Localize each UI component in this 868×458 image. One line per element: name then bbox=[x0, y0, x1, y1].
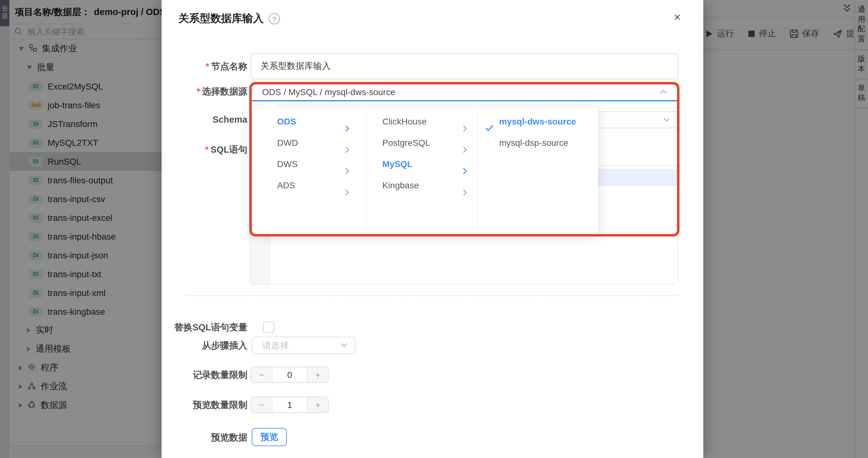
cascader-option-label: ClickHouse bbox=[382, 117, 427, 126]
help-icon[interactable]: ? bbox=[269, 13, 280, 24]
increment-button[interactable]: + bbox=[307, 367, 328, 382]
cascader-option-label: MySQL bbox=[382, 159, 412, 169]
cascader-option-MySQL[interactable]: MySQL bbox=[366, 153, 477, 174]
record-limit-value[interactable]: 0 bbox=[272, 367, 307, 382]
label-preview-limit: 预览数量限制 bbox=[162, 398, 247, 412]
replace-vars-checkbox[interactable] bbox=[263, 321, 274, 332]
relational-db-input-dialog: 关系型数据库输入 ? × *节点名称 *选择数据源 Schema *SQL语句 … bbox=[162, 0, 703, 458]
cascader-option-mysql-dws-source[interactable]: mysql-dws-source bbox=[478, 111, 598, 132]
label-schema: Schema bbox=[162, 112, 247, 126]
chevron-down-icon bbox=[663, 117, 670, 122]
cascader-option-label: mysql-dws-source bbox=[499, 117, 576, 126]
chevron-right-icon bbox=[463, 182, 467, 203]
record-limit-stepper: − 0 + bbox=[250, 366, 329, 383]
label-datasource: *选择数据源 bbox=[162, 85, 247, 98]
cascader-option-label: PostgreSQL bbox=[382, 138, 430, 148]
label-preview-data: 预览数据 bbox=[162, 430, 247, 444]
chevron-down-icon bbox=[341, 343, 348, 348]
insert-step-select[interactable]: 请选择 bbox=[252, 336, 356, 354]
chevron-right-icon bbox=[345, 182, 349, 203]
increment-button[interactable]: + bbox=[307, 397, 328, 412]
cascader-column-2: ClickHousePostgreSQLMySQLKingbase bbox=[366, 107, 478, 235]
dialog-title: 关系型数据库输入 ? bbox=[179, 11, 280, 26]
decrement-button[interactable]: − bbox=[251, 397, 272, 412]
cascader-option-mysql-dsp-source[interactable]: mysql-dsp-source bbox=[478, 132, 598, 153]
close-icon[interactable]: × bbox=[674, 11, 681, 24]
cascader-option-ADS[interactable]: ADS bbox=[252, 174, 365, 196]
label-replace-vars: 替换SQL语句变量 bbox=[162, 320, 247, 334]
label-node-name: *节点名称 bbox=[162, 60, 247, 73]
chevron-up-icon bbox=[660, 90, 666, 94]
preview-limit-stepper: − 1 + bbox=[250, 397, 329, 413]
label-insert-step: 从步骤插入 bbox=[162, 338, 247, 352]
datasource-select[interactable]: ODS / MySQL / mysql-dws-source bbox=[251, 85, 677, 101]
preview-button[interactable]: 预览 bbox=[252, 428, 287, 446]
preview-limit-value[interactable]: 1 bbox=[272, 397, 307, 412]
label-record-limit: 记录数量限制 bbox=[162, 368, 247, 381]
cascader-option-label: DWS bbox=[277, 159, 298, 169]
cascader-option-DWS[interactable]: DWS bbox=[252, 153, 365, 174]
cascader-column-3: mysql-dws-sourcemysql-dsp-source bbox=[478, 107, 598, 235]
decrement-button[interactable]: − bbox=[251, 367, 272, 382]
cascader-option-label: ADS bbox=[277, 180, 295, 190]
dialog-title-text: 关系型数据库输入 bbox=[179, 11, 264, 26]
section-divider bbox=[187, 295, 678, 296]
insert-step-placeholder: 请选择 bbox=[262, 337, 289, 354]
cascader-option-label: mysql-dsp-source bbox=[499, 138, 568, 148]
datasource-select-value: ODS / MySQL / mysql-dws-source bbox=[262, 85, 395, 99]
cascader-option-label: ODS bbox=[277, 117, 296, 126]
cascader-option-ClickHouse[interactable]: ClickHouse bbox=[366, 111, 477, 132]
cascader-option-label: DWD bbox=[277, 138, 298, 148]
label-sql: *SQL语句 bbox=[162, 142, 247, 156]
cascader-option-Kingbase[interactable]: Kingbase bbox=[366, 174, 477, 196]
node-name-input[interactable] bbox=[250, 53, 678, 79]
cascader-column-1: ODSDWDDWSADS bbox=[252, 107, 366, 235]
cascader-option-DWD[interactable]: DWD bbox=[252, 132, 365, 153]
cascader-option-ODS[interactable]: ODS bbox=[252, 111, 365, 132]
datasource-cascader-panel: ODSDWDDWSADSClickHousePostgreSQLMySQLKin… bbox=[252, 107, 598, 235]
cascader-option-label: Kingbase bbox=[382, 180, 419, 190]
cascader-option-PostgreSQL[interactable]: PostgreSQL bbox=[366, 132, 477, 153]
